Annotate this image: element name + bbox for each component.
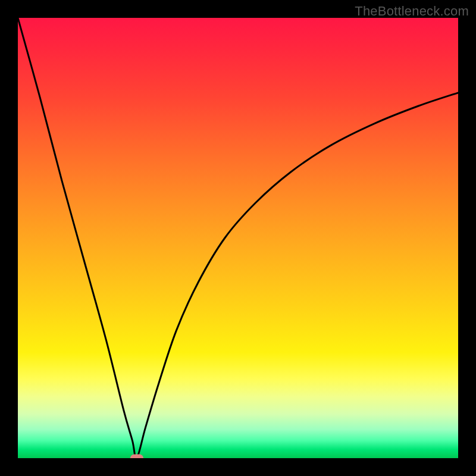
watermark-text: TheBottleneck.com <box>355 4 469 19</box>
plot-area <box>18 18 458 458</box>
optimal-point-marker <box>130 455 143 459</box>
bottleneck-curve <box>18 18 458 458</box>
chart-frame: TheBottleneck.com <box>0 0 476 476</box>
